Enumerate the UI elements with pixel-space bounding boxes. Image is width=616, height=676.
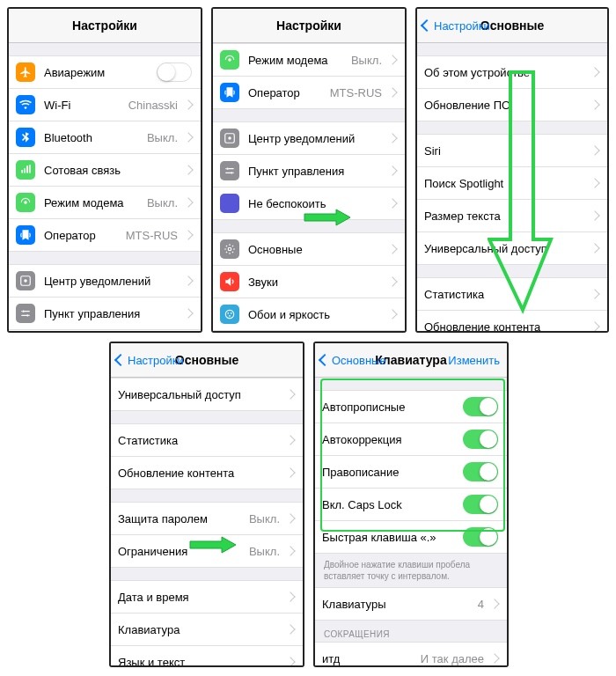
settings-row-hotspot[interactable]: Режим модемаВыкл. (9, 187, 201, 219)
settings-row-wallpaper[interactable]: Обои и яркость (213, 298, 405, 331)
settings-row-sounds[interactable]: Звуки (213, 266, 405, 298)
back-label: Основные (332, 354, 386, 367)
chevron-right-icon (387, 55, 397, 64)
settings-row-Язык и текст[interactable]: Язык и текст (111, 646, 303, 667)
annotation-arrow-right (188, 536, 238, 554)
row-label: Клавиатуры (322, 598, 478, 611)
settings-row-control[interactable]: Пункт управления (213, 155, 405, 187)
chevron-left-icon (319, 354, 331, 366)
chevron-right-icon (285, 513, 295, 523)
chevron-right-icon (387, 133, 397, 143)
navbar: Основные Клавиатура Изменить (315, 343, 507, 378)
settings-row-carrier[interactable]: ОператорMTS-RUS (9, 219, 201, 252)
toggle[interactable] (157, 62, 192, 82)
settings-row-carrier[interactable]: ОператорMTS-RUS (213, 77, 405, 109)
row-label: Обои и яркость (248, 308, 385, 321)
row-value: Выкл. (147, 131, 178, 144)
chevron-right-icon (285, 467, 295, 477)
general-icon (220, 239, 239, 259)
edit-button[interactable]: Изменить (448, 354, 500, 367)
back-button[interactable]: Основные (320, 354, 386, 367)
wallpaper-icon (220, 305, 239, 324)
toggle[interactable] (463, 430, 498, 449)
keyboard-toggle-row[interactable]: Автопрописные (315, 390, 507, 423)
chevron-right-icon (285, 624, 295, 634)
chevron-right-icon (183, 99, 193, 109)
row-label: Оператор (44, 229, 126, 242)
toggle[interactable] (463, 495, 498, 514)
toggle[interactable] (463, 462, 498, 481)
row-label: Быстрая клавиша «.» (322, 531, 463, 544)
keyboard-toggle-row[interactable]: Автокоррекция (315, 423, 507, 456)
row-label: Оператор (248, 86, 330, 99)
svg-point-14 (229, 315, 231, 317)
settings-row-cellular[interactable]: Сотовая связь (9, 154, 201, 187)
settings-row-Дата и время[interactable]: Дата и время (111, 580, 303, 614)
row-label: Центр уведомлений (44, 275, 181, 288)
chevron-right-icon (590, 67, 599, 77)
settings-row-dnd[interactable]: Не беспокоить (9, 330, 201, 333)
svg-point-3 (23, 311, 25, 312)
settings-row-Статистика[interactable]: Статистика (111, 423, 303, 457)
settings-row-notif[interactable]: Центр уведомлений (213, 121, 405, 155)
row-label: Пункт управления (248, 165, 385, 178)
row-label: Клавиатура (118, 623, 283, 636)
row-value: 4 (478, 598, 484, 611)
chevron-right-icon (183, 308, 193, 318)
bluetooth-icon (16, 128, 35, 147)
back-button[interactable]: Настройки (116, 354, 184, 367)
back-button[interactable]: Настройки (422, 19, 490, 33)
row-label: Режим модема (44, 196, 147, 209)
notif-icon (16, 271, 35, 290)
chevron-right-icon (285, 389, 295, 399)
navbar: Настройки Основные (417, 9, 607, 43)
row-value: Выкл. (147, 196, 178, 209)
chevron-right-icon (285, 657, 295, 666)
row-label: Центр уведомлений (248, 132, 385, 145)
cellular-icon (16, 160, 35, 180)
row-label: Обновление контента (118, 467, 283, 480)
chevron-right-icon (590, 210, 599, 220)
settings-row-Защита паролем[interactable]: Защита паролемВыкл. (111, 502, 303, 535)
svg-point-5 (228, 58, 231, 62)
settings-row-notif[interactable]: Центр уведомлений (9, 264, 201, 298)
settings-row-general[interactable]: Основные (213, 232, 405, 266)
keyboard-toggle-row[interactable]: Правописание (315, 456, 507, 489)
chevron-right-icon (387, 276, 397, 286)
back-label: Настройки (434, 19, 490, 33)
settings-row-Универсальный доступ[interactable]: Универсальный доступ (111, 378, 303, 411)
control-icon (16, 304, 35, 323)
row-label: Защита паролем (118, 512, 249, 525)
page-title: Настройки (276, 18, 341, 33)
settings-row-control[interactable]: Пункт управления (9, 298, 201, 330)
settings-row-bluetooth[interactable]: BluetoothВыкл. (9, 121, 201, 154)
annotation-arrow-down (488, 69, 558, 315)
settings-row-airplane[interactable]: Авиарежим (9, 55, 201, 89)
page-title: Основные (175, 353, 239, 367)
row-label: Статистика (118, 434, 283, 447)
toggle[interactable] (463, 527, 498, 547)
settings-row-итд[interactable]: итдИ так далее (315, 642, 507, 667)
notif-icon (220, 129, 239, 148)
settings-row-hotspot[interactable]: Режим модемаВыкл. (213, 43, 405, 77)
back-label: Настройки (128, 354, 184, 367)
settings-row-privacy[interactable]: Приватность (213, 331, 405, 333)
row-value: Chinasski (128, 99, 178, 112)
settings-row-wifi[interactable]: Wi-FiChinasski (9, 89, 201, 121)
row-label: итд (322, 652, 421, 665)
chevron-right-icon (590, 99, 599, 109)
settings-row-Клавиатуры[interactable]: Клавиатуры4 (315, 587, 507, 621)
toggle[interactable] (463, 397, 498, 416)
settings-row-Клавиатура[interactable]: Клавиатура (111, 614, 303, 646)
dnd-icon (220, 194, 239, 213)
chevron-left-icon (421, 19, 433, 32)
svg-point-2 (24, 279, 27, 283)
wifi-icon (16, 95, 35, 114)
svg-point-4 (26, 314, 28, 316)
chevron-right-icon (590, 243, 599, 253)
chevron-right-icon (590, 321, 599, 331)
keyboard-toggle-row[interactable]: Вкл. Caps Lock (315, 489, 507, 521)
keyboard-toggle-row[interactable]: Быстрая клавиша «.» (315, 521, 507, 554)
settings-row-Обновление контента[interactable]: Обновление контента (111, 457, 303, 489)
chevron-left-icon (114, 354, 127, 366)
